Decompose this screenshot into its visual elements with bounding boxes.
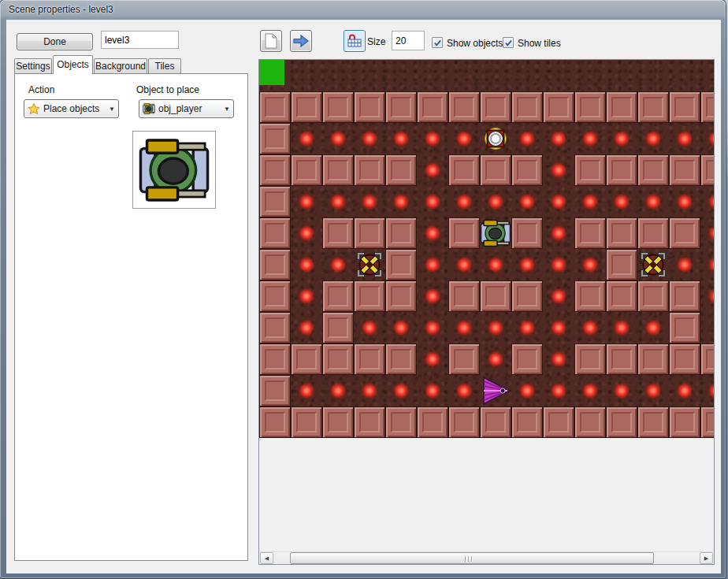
- wall-tile[interactable]: [291, 91, 322, 123]
- wall-tile[interactable]: [259, 186, 291, 217]
- wall-tile[interactable]: [637, 217, 669, 249]
- wall-tile[interactable]: [637, 154, 669, 186]
- wall-tile[interactable]: [700, 91, 715, 123]
- wall-tile[interactable]: [606, 249, 637, 280]
- red-dot-pickup[interactable]: [643, 317, 663, 338]
- show-objects-checkbox[interactable]: [432, 37, 443, 48]
- red-dot-pickup[interactable]: [422, 317, 443, 338]
- scroll-left-arrow-icon[interactable]: ◀: [260, 552, 273, 564]
- size-input[interactable]: [392, 31, 425, 50]
- wall-tile[interactable]: [669, 91, 700, 123]
- wall-tile[interactable]: [637, 280, 669, 312]
- tab-background[interactable]: Background: [94, 58, 147, 74]
- red-dot-pickup[interactable]: [548, 254, 569, 275]
- wall-tile[interactable]: [322, 280, 354, 312]
- wall-tile[interactable]: [448, 217, 480, 249]
- red-dot-pickup[interactable]: [548, 191, 569, 212]
- red-dot-pickup[interactable]: [296, 191, 317, 212]
- wall-tile[interactable]: [385, 280, 417, 312]
- scene-name-input[interactable]: [101, 31, 179, 49]
- red-dot-pickup[interactable]: [328, 128, 348, 149]
- wall-tile[interactable]: [511, 217, 543, 249]
- red-dot-pickup[interactable]: [643, 380, 663, 401]
- red-dot-pickup[interactable]: [454, 128, 474, 149]
- object-dropdown[interactable]: obj_player ▼: [139, 99, 234, 118]
- wall-tile[interactable]: [574, 217, 606, 249]
- grid-settings-button[interactable]: [344, 30, 366, 52]
- wall-tile[interactable]: [354, 406, 385, 438]
- red-dot-pickup[interactable]: [296, 317, 317, 338]
- wall-tile[interactable]: [511, 343, 543, 375]
- wall-tile[interactable]: [480, 280, 511, 312]
- red-dot-pickup[interactable]: [580, 380, 600, 401]
- red-dot-pickup[interactable]: [328, 191, 348, 212]
- red-dot-pickup[interactable]: [674, 128, 695, 149]
- wall-tile[interactable]: [385, 154, 417, 186]
- wall-tile[interactable]: [259, 123, 291, 154]
- red-dot-pickup[interactable]: [485, 191, 506, 212]
- red-dot-pickup[interactable]: [454, 380, 474, 401]
- wall-tile[interactable]: [574, 343, 606, 375]
- wall-tile[interactable]: [259, 91, 291, 123]
- obj-turret[interactable]: [480, 123, 511, 154]
- red-dot-pickup[interactable]: [580, 191, 600, 212]
- wall-tile[interactable]: [669, 154, 700, 186]
- wall-tile[interactable]: [448, 154, 480, 186]
- wall-tile[interactable]: [322, 312, 354, 343]
- red-dot-pickup[interactable]: [454, 317, 474, 338]
- red-dot-pickup[interactable]: [580, 317, 600, 338]
- wall-tile[interactable]: [606, 217, 637, 249]
- wall-tile[interactable]: [354, 343, 385, 375]
- red-dot-pickup[interactable]: [296, 380, 317, 401]
- tab-objects[interactable]: Objects: [53, 55, 93, 74]
- red-dot-pickup[interactable]: [454, 254, 474, 275]
- wall-tile[interactable]: [322, 217, 354, 249]
- red-dot-pickup[interactable]: [580, 128, 600, 149]
- red-dot-pickup[interactable]: [359, 128, 380, 149]
- red-dot-pickup[interactable]: [485, 317, 506, 338]
- red-dot-pickup[interactable]: [422, 380, 443, 401]
- wall-tile[interactable]: [669, 406, 700, 438]
- wall-tile[interactable]: [385, 406, 417, 438]
- wall-tile[interactable]: [354, 91, 385, 123]
- red-dot-pickup[interactable]: [391, 128, 411, 149]
- wall-tile[interactable]: [606, 343, 637, 375]
- wall-tile[interactable]: [385, 217, 417, 249]
- titlebar[interactable]: Scene properties - level3: [0, 0, 726, 20]
- action-dropdown[interactable]: Place objects ▼: [24, 99, 119, 118]
- wall-tile[interactable]: [637, 343, 669, 375]
- red-dot-pickup[interactable]: [422, 160, 443, 180]
- wall-tile[interactable]: [637, 91, 669, 123]
- obj-mine[interactable]: [637, 249, 669, 280]
- red-dot-pickup[interactable]: [643, 128, 663, 149]
- scroll-right-arrow-icon[interactable]: ▶: [700, 552, 713, 564]
- wall-tile[interactable]: [385, 91, 417, 123]
- wall-tile[interactable]: [606, 154, 637, 186]
- red-dot-pickup[interactable]: [359, 191, 380, 212]
- red-dot-pickup[interactable]: [674, 380, 695, 401]
- red-dot-pickup[interactable]: [296, 128, 317, 149]
- wall-tile[interactable]: [291, 343, 322, 375]
- red-dot-pickup[interactable]: [485, 254, 506, 275]
- wall-tile[interactable]: [700, 406, 715, 438]
- red-dot-pickup[interactable]: [422, 286, 443, 306]
- red-dot-pickup[interactable]: [296, 286, 317, 306]
- red-dot-pickup[interactable]: [548, 349, 569, 369]
- red-dot-pickup[interactable]: [328, 254, 348, 275]
- red-dot-pickup[interactable]: [517, 317, 537, 338]
- obj-ship[interactable]: [480, 375, 511, 406]
- red-dot-pickup[interactable]: [391, 191, 411, 212]
- wall-tile[interactable]: [606, 406, 637, 438]
- wall-tile[interactable]: [543, 406, 574, 438]
- red-dot-pickup[interactable]: [359, 317, 380, 338]
- red-dot-pickup[interactable]: [611, 380, 632, 401]
- red-dot-pickup[interactable]: [611, 317, 632, 338]
- wall-tile[interactable]: [259, 312, 291, 343]
- wall-tile[interactable]: [606, 280, 637, 312]
- wall-tile[interactable]: [574, 154, 606, 186]
- red-dot-pickup[interactable]: [328, 380, 348, 401]
- done-button[interactable]: Done: [17, 33, 93, 50]
- wall-tile[interactable]: [259, 154, 291, 186]
- forward-button[interactable]: [290, 30, 312, 52]
- red-dot-pickup[interactable]: [706, 223, 715, 243]
